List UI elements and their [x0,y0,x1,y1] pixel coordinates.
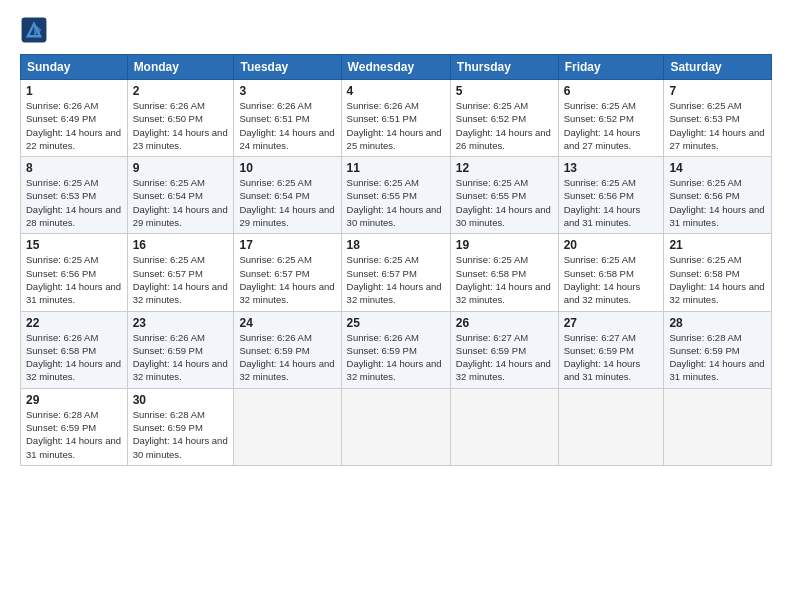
day-number: 7 [669,84,766,98]
calendar-cell: 20Sunrise: 6:25 AMSunset: 6:58 PMDayligh… [558,234,664,311]
day-number: 25 [347,316,445,330]
calendar-cell: 18Sunrise: 6:25 AMSunset: 6:57 PMDayligh… [341,234,450,311]
calendar-cell: 16Sunrise: 6:25 AMSunset: 6:57 PMDayligh… [127,234,234,311]
day-number: 20 [564,238,659,252]
day-header-friday: Friday [558,55,664,80]
day-info: Sunrise: 6:25 AMSunset: 6:57 PMDaylight:… [239,253,335,306]
day-number: 23 [133,316,229,330]
day-number: 4 [347,84,445,98]
day-number: 1 [26,84,122,98]
day-info: Sunrise: 6:25 AMSunset: 6:58 PMDaylight:… [456,253,553,306]
calendar-week-5: 29Sunrise: 6:28 AMSunset: 6:59 PMDayligh… [21,388,772,465]
calendar-cell: 15Sunrise: 6:25 AMSunset: 6:56 PMDayligh… [21,234,128,311]
calendar-cell: 13Sunrise: 6:25 AMSunset: 6:56 PMDayligh… [558,157,664,234]
calendar-cell: 19Sunrise: 6:25 AMSunset: 6:58 PMDayligh… [450,234,558,311]
day-info: Sunrise: 6:25 AMSunset: 6:53 PMDaylight:… [26,176,122,229]
day-info: Sunrise: 6:25 AMSunset: 6:58 PMDaylight:… [669,253,766,306]
day-number: 22 [26,316,122,330]
calendar-header-row: SundayMondayTuesdayWednesdayThursdayFrid… [21,55,772,80]
calendar-week-2: 8Sunrise: 6:25 AMSunset: 6:53 PMDaylight… [21,157,772,234]
day-info: Sunrise: 6:25 AMSunset: 6:53 PMDaylight:… [669,99,766,152]
day-number: 10 [239,161,335,175]
calendar-cell: 23Sunrise: 6:26 AMSunset: 6:59 PMDayligh… [127,311,234,388]
calendar-cell [558,388,664,465]
calendar-cell: 30Sunrise: 6:28 AMSunset: 6:59 PMDayligh… [127,388,234,465]
calendar-cell: 27Sunrise: 6:27 AMSunset: 6:59 PMDayligh… [558,311,664,388]
day-info: Sunrise: 6:25 AMSunset: 6:55 PMDaylight:… [347,176,445,229]
calendar-cell: 5Sunrise: 6:25 AMSunset: 6:52 PMDaylight… [450,80,558,157]
day-number: 24 [239,316,335,330]
day-number: 13 [564,161,659,175]
day-info: Sunrise: 6:27 AMSunset: 6:59 PMDaylight:… [564,331,659,384]
day-number: 28 [669,316,766,330]
day-info: Sunrise: 6:26 AMSunset: 6:51 PMDaylight:… [347,99,445,152]
day-info: Sunrise: 6:25 AMSunset: 6:54 PMDaylight:… [239,176,335,229]
day-info: Sunrise: 6:25 AMSunset: 6:58 PMDaylight:… [564,253,659,306]
day-info: Sunrise: 6:25 AMSunset: 6:52 PMDaylight:… [564,99,659,152]
day-number: 18 [347,238,445,252]
calendar-cell: 7Sunrise: 6:25 AMSunset: 6:53 PMDaylight… [664,80,772,157]
calendar-cell: 3Sunrise: 6:26 AMSunset: 6:51 PMDaylight… [234,80,341,157]
day-header-wednesday: Wednesday [341,55,450,80]
header [20,16,772,44]
calendar-cell [341,388,450,465]
day-number: 12 [456,161,553,175]
day-number: 19 [456,238,553,252]
day-number: 29 [26,393,122,407]
calendar-cell: 14Sunrise: 6:25 AMSunset: 6:56 PMDayligh… [664,157,772,234]
day-number: 26 [456,316,553,330]
day-number: 2 [133,84,229,98]
calendar: SundayMondayTuesdayWednesdayThursdayFrid… [20,54,772,466]
day-info: Sunrise: 6:27 AMSunset: 6:59 PMDaylight:… [456,331,553,384]
calendar-cell: 29Sunrise: 6:28 AMSunset: 6:59 PMDayligh… [21,388,128,465]
logo [20,16,52,44]
day-info: Sunrise: 6:28 AMSunset: 6:59 PMDaylight:… [133,408,229,461]
calendar-cell: 25Sunrise: 6:26 AMSunset: 6:59 PMDayligh… [341,311,450,388]
day-info: Sunrise: 6:25 AMSunset: 6:57 PMDaylight:… [133,253,229,306]
day-info: Sunrise: 6:26 AMSunset: 6:58 PMDaylight:… [26,331,122,384]
day-number: 5 [456,84,553,98]
calendar-cell [664,388,772,465]
calendar-body: 1Sunrise: 6:26 AMSunset: 6:49 PMDaylight… [21,80,772,466]
calendar-week-4: 22Sunrise: 6:26 AMSunset: 6:58 PMDayligh… [21,311,772,388]
day-info: Sunrise: 6:26 AMSunset: 6:59 PMDaylight:… [347,331,445,384]
calendar-cell: 17Sunrise: 6:25 AMSunset: 6:57 PMDayligh… [234,234,341,311]
day-info: Sunrise: 6:26 AMSunset: 6:49 PMDaylight:… [26,99,122,152]
day-info: Sunrise: 6:25 AMSunset: 6:52 PMDaylight:… [456,99,553,152]
calendar-cell: 22Sunrise: 6:26 AMSunset: 6:58 PMDayligh… [21,311,128,388]
day-header-sunday: Sunday [21,55,128,80]
calendar-cell: 10Sunrise: 6:25 AMSunset: 6:54 PMDayligh… [234,157,341,234]
calendar-cell: 21Sunrise: 6:25 AMSunset: 6:58 PMDayligh… [664,234,772,311]
calendar-cell: 26Sunrise: 6:27 AMSunset: 6:59 PMDayligh… [450,311,558,388]
calendar-cell [450,388,558,465]
day-number: 6 [564,84,659,98]
day-info: Sunrise: 6:25 AMSunset: 6:55 PMDaylight:… [456,176,553,229]
calendar-week-1: 1Sunrise: 6:26 AMSunset: 6:49 PMDaylight… [21,80,772,157]
day-number: 16 [133,238,229,252]
calendar-cell: 9Sunrise: 6:25 AMSunset: 6:54 PMDaylight… [127,157,234,234]
calendar-cell: 2Sunrise: 6:26 AMSunset: 6:50 PMDaylight… [127,80,234,157]
calendar-week-3: 15Sunrise: 6:25 AMSunset: 6:56 PMDayligh… [21,234,772,311]
day-header-tuesday: Tuesday [234,55,341,80]
day-header-saturday: Saturday [664,55,772,80]
day-info: Sunrise: 6:26 AMSunset: 6:50 PMDaylight:… [133,99,229,152]
day-info: Sunrise: 6:25 AMSunset: 6:54 PMDaylight:… [133,176,229,229]
day-info: Sunrise: 6:25 AMSunset: 6:56 PMDaylight:… [26,253,122,306]
day-header-monday: Monday [127,55,234,80]
day-number: 21 [669,238,766,252]
calendar-cell: 4Sunrise: 6:26 AMSunset: 6:51 PMDaylight… [341,80,450,157]
day-number: 17 [239,238,335,252]
logo-icon [20,16,48,44]
day-number: 15 [26,238,122,252]
page: SundayMondayTuesdayWednesdayThursdayFrid… [0,0,792,612]
day-number: 30 [133,393,229,407]
day-number: 9 [133,161,229,175]
day-info: Sunrise: 6:26 AMSunset: 6:59 PMDaylight:… [239,331,335,384]
day-info: Sunrise: 6:25 AMSunset: 6:56 PMDaylight:… [669,176,766,229]
day-number: 3 [239,84,335,98]
day-info: Sunrise: 6:28 AMSunset: 6:59 PMDaylight:… [26,408,122,461]
day-header-thursday: Thursday [450,55,558,80]
calendar-cell: 12Sunrise: 6:25 AMSunset: 6:55 PMDayligh… [450,157,558,234]
day-info: Sunrise: 6:26 AMSunset: 6:59 PMDaylight:… [133,331,229,384]
day-number: 11 [347,161,445,175]
